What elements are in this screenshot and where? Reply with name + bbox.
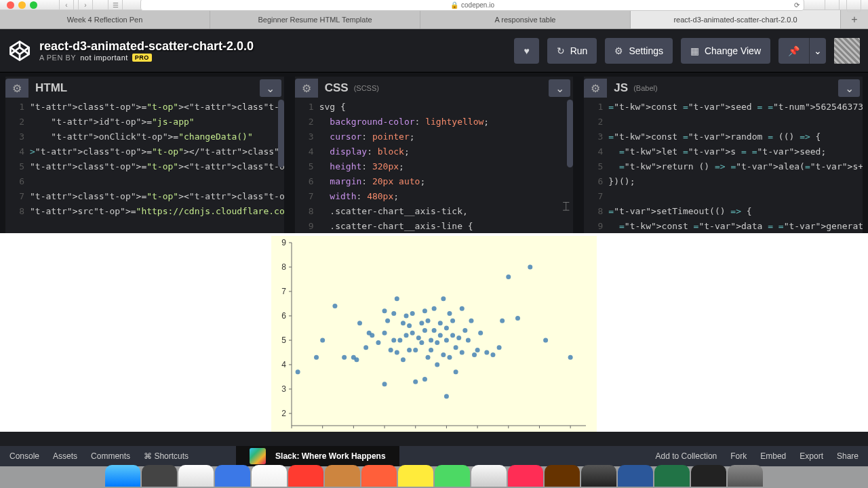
- browser-tab[interactable]: Beginner Resume HTML Template: [210, 10, 420, 28]
- svg-point-43: [385, 319, 390, 323]
- dock-app-icon[interactable]: [654, 465, 690, 487]
- footer-button[interactable]: Console: [3, 447, 46, 465]
- svg-point-50: [401, 357, 406, 362]
- svg-point-79: [444, 338, 449, 343]
- byline-label: A PEN BY: [39, 54, 76, 62]
- dock-app-icon[interactable]: [288, 465, 323, 487]
- dock-app-icon[interactable]: [691, 465, 726, 487]
- svg-point-46: [391, 338, 396, 343]
- dock-app-icon[interactable]: [471, 465, 507, 487]
- footer-button[interactable]: Fork: [724, 447, 753, 465]
- svg-point-97: [490, 352, 495, 357]
- footer-button[interactable]: Export: [793, 447, 830, 465]
- svg-point-60: [416, 336, 421, 340]
- ad-banner[interactable]: Slack: Where Work Happens: [236, 446, 399, 466]
- svg-point-29: [314, 355, 319, 360]
- dock-app-icon[interactable]: [508, 465, 543, 487]
- dock-app-icon[interactable]: [728, 465, 763, 487]
- layout-icon: ▦: [690, 45, 699, 56]
- svg-point-28: [296, 369, 300, 374]
- dock-app-icon[interactable]: [398, 465, 433, 487]
- svg-point-100: [506, 274, 511, 279]
- svg-point-98: [497, 345, 502, 350]
- svg-point-73: [435, 340, 439, 345]
- scrollbar[interactable]: [567, 100, 573, 167]
- footer-button[interactable]: ⌘ Shortcuts: [137, 447, 195, 465]
- dock-app-icon[interactable]: [325, 465, 360, 487]
- dock-app-icon[interactable]: [581, 465, 616, 487]
- svg-point-104: [568, 355, 573, 360]
- codepen-header: react-d3-animated-scatter-chart-2.0.0 A …: [0, 29, 868, 73]
- browser-toolbar: ‹ › ☰ 🔒 codepen.io ⟳: [0, 0, 868, 10]
- maximize-window-icon[interactable]: [30, 1, 37, 9]
- url-bar[interactable]: 🔒 codepen.io ⟳: [140, 0, 804, 11]
- footer-button[interactable]: Embed: [753, 447, 793, 465]
- html-code-editor[interactable]: 12345678 "t-attr">class"t-op">="t-op"><"…: [5, 100, 284, 233]
- browser-tab[interactable]: react-d3-animated-scatter-chart-2.0.0: [631, 10, 841, 28]
- svg-point-34: [354, 357, 359, 362]
- dock-app-icon[interactable]: [215, 465, 250, 487]
- browser-tab[interactable]: Week 4 Reflection Pen: [0, 10, 210, 28]
- url-host: codepen.io: [461, 1, 494, 9]
- close-window-icon[interactable]: [7, 1, 14, 9]
- css-code-editor[interactable]: 123456789 svg { background-color: lighty…: [295, 100, 574, 233]
- svg-point-87: [456, 336, 461, 340]
- svg-point-61: [419, 321, 424, 325]
- scatter-chart[interactable]: 23456789: [271, 236, 597, 432]
- pin-menu-button[interactable]: ⌄: [810, 38, 826, 64]
- settings-button[interactable]: ⚙Settings: [605, 38, 673, 64]
- footer-button[interactable]: Share: [830, 447, 865, 465]
- svg-point-96: [484, 350, 489, 355]
- browser-tab[interactable]: A responsive table: [420, 10, 631, 28]
- dock-app-icon[interactable]: [435, 465, 470, 487]
- pin-icon: 📌: [788, 45, 800, 56]
- dock-app-icon[interactable]: [105, 465, 140, 487]
- footer-button[interactable]: Comments: [84, 447, 137, 465]
- html-options-button[interactable]: ⌄: [260, 79, 281, 97]
- run-button[interactable]: ↻Run: [547, 38, 597, 64]
- svg-point-69: [429, 348, 433, 352]
- scrollbar[interactable]: [278, 100, 284, 167]
- preview-pane: 23456789: [0, 233, 868, 432]
- slack-icon: [250, 448, 266, 464]
- svg-point-71: [432, 306, 437, 311]
- new-tab-button[interactable]: +: [841, 10, 868, 28]
- html-tab[interactable]: HTML: [28, 79, 81, 98]
- user-avatar[interactable]: [834, 38, 860, 64]
- js-settings-button[interactable]: ⚙: [584, 79, 607, 98]
- svg-point-78: [444, 326, 449, 331]
- svg-point-99: [500, 319, 505, 323]
- footer-button[interactable]: Add to Collection: [649, 447, 724, 465]
- gear-icon: ⚙: [302, 82, 311, 95]
- svg-point-63: [422, 328, 427, 333]
- pin-button[interactable]: 📌: [778, 38, 810, 64]
- like-button[interactable]: ♥: [514, 38, 538, 64]
- dock-app-icon[interactable]: [545, 465, 580, 487]
- svg-point-84: [450, 319, 455, 323]
- codepen-logo-icon[interactable]: [8, 39, 31, 62]
- css-tab[interactable]: CSS(SCSS): [318, 79, 387, 98]
- js-options-button[interactable]: ⌄: [838, 79, 860, 97]
- footer-button[interactable]: Assets: [46, 447, 84, 465]
- chevron-down-icon: ⌄: [845, 82, 854, 95]
- dock-app-icon[interactable]: [252, 465, 287, 487]
- change-view-button[interactable]: ▦Change View: [681, 38, 770, 64]
- js-tab[interactable]: JS(Babel): [607, 79, 665, 98]
- js-code-editor[interactable]: 123456789 ="t-kw">const ="t-var">seed = …: [584, 100, 863, 233]
- dock-app-icon[interactable]: [178, 465, 214, 487]
- css-options-button[interactable]: ⌄: [549, 79, 570, 97]
- svg-text:9: 9: [281, 238, 286, 247]
- svg-point-32: [342, 355, 347, 360]
- dock-app-icon[interactable]: [618, 465, 653, 487]
- reload-icon[interactable]: ⟳: [794, 1, 800, 9]
- chevron-down-icon: ⌄: [814, 45, 822, 56]
- dock-app-icon[interactable]: [142, 465, 177, 487]
- css-editor-pane: ⚙ CSS(SCSS) ⌄ 123456789 svg { background…: [295, 77, 574, 233]
- svg-point-30: [320, 338, 325, 343]
- minimize-window-icon[interactable]: [18, 1, 26, 9]
- css-settings-button[interactable]: ⚙: [295, 79, 318, 98]
- svg-point-92: [469, 319, 473, 323]
- dock-app-icon[interactable]: [361, 465, 397, 487]
- pen-author[interactable]: not important: [80, 54, 128, 62]
- html-settings-button[interactable]: ⚙: [5, 79, 28, 98]
